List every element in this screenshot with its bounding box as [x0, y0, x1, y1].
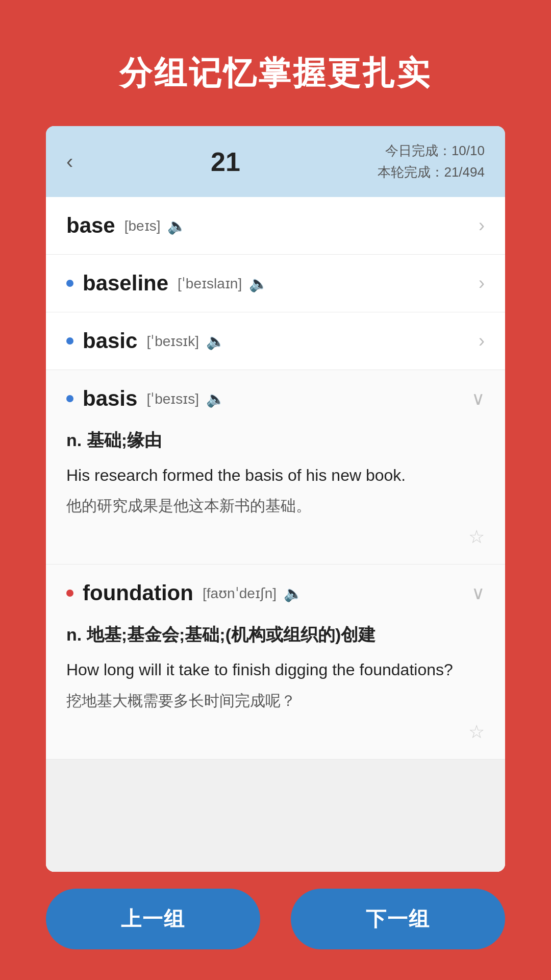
word-dot-red [66, 590, 73, 597]
word-detail-foundation: n. 地基;基金会;基础;(机构或组织的)创建 How long will it… [46, 622, 505, 758]
word-row: baseline [ˈbeɪslaɪn] 🔈 › [46, 255, 505, 312]
word-phonetic: [ˈbeɪsɪs] [146, 390, 199, 407]
word-row-header-basic[interactable]: basic [ˈbeɪsɪk] 🔈 › [46, 312, 505, 370]
chevron-right-icon[interactable]: › [479, 273, 485, 294]
progress-round: 本轮完成：21/494 [378, 162, 485, 183]
speaker-icon[interactable]: 🔈 [167, 217, 186, 235]
star-icon[interactable]: ☆ [66, 721, 485, 743]
star-icon[interactable]: ☆ [66, 526, 485, 548]
speaker-icon[interactable]: 🔈 [284, 584, 303, 602]
word-definition: n. 基础;缘由 [66, 427, 485, 453]
word-dot-blue [66, 337, 73, 345]
chevron-down-icon[interactable]: ∨ [471, 582, 485, 604]
word-text: base [66, 213, 115, 238]
chevron-right-icon[interactable]: › [479, 330, 485, 352]
word-row-header-baseline[interactable]: baseline [ˈbeɪslaɪn] 🔈 › [46, 255, 505, 312]
page-title: 分组记忆掌握更扎实 [0, 0, 551, 126]
word-text: basis [83, 386, 137, 411]
next-group-button[interactable]: 下一组 [291, 889, 505, 949]
word-list: base [beɪs] 🔈 › baseline [ˈbeɪslaɪn] 🔈 ›… [46, 197, 505, 871]
back-button[interactable]: ‹ [66, 150, 73, 173]
word-row-header-base[interactable]: base [beɪs] 🔈 › [46, 197, 505, 254]
word-dot-blue [66, 280, 73, 287]
speaker-icon[interactable]: 🔈 [249, 275, 268, 292]
bottom-buttons: 上一组 下一组 [0, 889, 551, 949]
prev-group-button[interactable]: 上一组 [46, 889, 260, 949]
card-header: ‹ 21 今日完成：10/10 本轮完成：21/494 [46, 126, 505, 197]
word-row-header-basis[interactable]: basis [ˈbeɪsɪs] 🔈 ∨ [46, 370, 505, 427]
word-example-en: His research formed the basis of his new… [66, 462, 485, 488]
speaker-icon[interactable]: 🔈 [206, 332, 225, 350]
word-example-en: How long will it take to finish digging … [66, 657, 485, 683]
word-phonetic: [ˈbeɪsɪk] [146, 333, 199, 350]
word-phonetic: [beɪs] [124, 217, 161, 234]
word-text: basic [83, 329, 137, 353]
word-row-expanded: foundation [faʊnˈdeɪʃn] 🔈 ∨ n. 地基;基金会;基础… [46, 565, 505, 759]
word-text: foundation [83, 581, 193, 605]
chevron-down-icon[interactable]: ∨ [471, 388, 485, 409]
empty-area [46, 760, 505, 872]
word-dot-blue [66, 395, 73, 402]
word-card: ‹ 21 今日完成：10/10 本轮完成：21/494 base [beɪs] … [46, 126, 505, 872]
word-example-zh: 他的研究成果是他这本新书的基础。 [66, 494, 485, 518]
speaker-icon[interactable]: 🔈 [206, 390, 225, 408]
word-text: baseline [83, 271, 168, 296]
word-example-zh: 挖地基大概需要多长时间完成呢？ [66, 689, 485, 713]
progress-info: 今日完成：10/10 本轮完成：21/494 [378, 140, 485, 183]
word-row: base [beɪs] 🔈 › [46, 197, 505, 255]
word-detail-basis: n. 基础;缘由 His research formed the basis o… [46, 427, 505, 564]
progress-today: 今日完成：10/10 [378, 140, 485, 162]
word-row-header-foundation[interactable]: foundation [faʊnˈdeɪʃn] 🔈 ∨ [46, 565, 505, 622]
word-definition: n. 地基;基金会;基础;(机构或组织的)创建 [66, 622, 485, 648]
card-number: 21 [211, 146, 240, 177]
word-phonetic: [faʊnˈdeɪʃn] [203, 585, 277, 602]
chevron-right-icon[interactable]: › [479, 215, 485, 236]
word-row: basic [ˈbeɪsɪk] 🔈 › [46, 312, 505, 370]
word-row-expanded: basis [ˈbeɪsɪs] 🔈 ∨ n. 基础;缘由 His researc… [46, 370, 505, 565]
word-phonetic: [ˈbeɪslaɪn] [178, 275, 242, 292]
